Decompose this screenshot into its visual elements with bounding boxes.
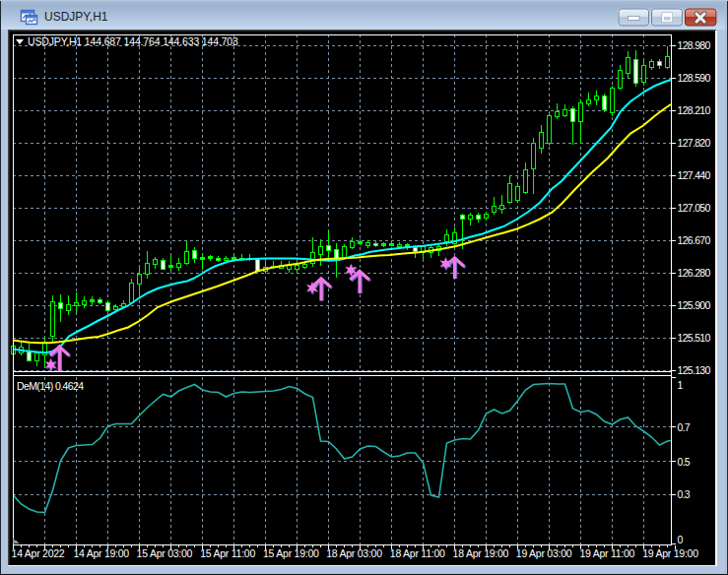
svg-text:125.510: 125.510 <box>678 332 711 344</box>
svg-text:128.210: 128.210 <box>678 104 711 116</box>
svg-text:0.3: 0.3 <box>678 488 691 500</box>
svg-text:18 Apr 03:00: 18 Apr 03:00 <box>326 547 382 559</box>
svg-text:0.7: 0.7 <box>678 421 691 433</box>
svg-text:127.820: 127.820 <box>678 137 711 149</box>
svg-text:DeM(14) 0.4624: DeM(14) 0.4624 <box>17 380 84 392</box>
svg-text:USDJPY,H1 144.687 144.764 144.: USDJPY,H1 144.687 144.764 144.633 144.70… <box>28 35 238 47</box>
svg-text:125.130: 125.130 <box>678 364 711 376</box>
svg-text:128.590: 128.590 <box>678 72 711 84</box>
svg-text:126.670: 126.670 <box>678 234 711 246</box>
svg-text:15 Apr 03:00: 15 Apr 03:00 <box>137 547 193 559</box>
svg-text:18 Apr 19:00: 18 Apr 19:00 <box>453 547 509 559</box>
svg-text:19 Apr 03:00: 19 Apr 03:00 <box>516 547 572 559</box>
svg-text:19 Apr 19:00: 19 Apr 19:00 <box>642 547 698 559</box>
svg-text:1: 1 <box>678 379 684 391</box>
svg-text:19 Apr 11:00: 19 Apr 11:00 <box>579 547 634 559</box>
svg-text:15 Apr 11:00: 15 Apr 11:00 <box>200 547 255 559</box>
svg-text:15 Apr 19:00: 15 Apr 19:00 <box>263 547 319 559</box>
svg-text:18 Apr 11:00: 18 Apr 11:00 <box>390 547 445 559</box>
svg-text:14 Apr 19:00: 14 Apr 19:00 <box>73 547 129 559</box>
svg-text:128.980: 128.980 <box>678 39 711 51</box>
svg-text:14 Apr 2022: 14 Apr 2022 <box>12 547 65 559</box>
svg-text:125.900: 125.900 <box>678 299 711 311</box>
svg-text:0.5: 0.5 <box>678 456 691 468</box>
svg-text:127.050: 127.050 <box>678 202 711 214</box>
svg-text:USDJPY,H1: USDJPY,H1 <box>44 10 108 24</box>
svg-text:0: 0 <box>678 534 684 545</box>
svg-text:127.440: 127.440 <box>678 169 711 181</box>
svg-text:126.280: 126.280 <box>678 267 711 279</box>
